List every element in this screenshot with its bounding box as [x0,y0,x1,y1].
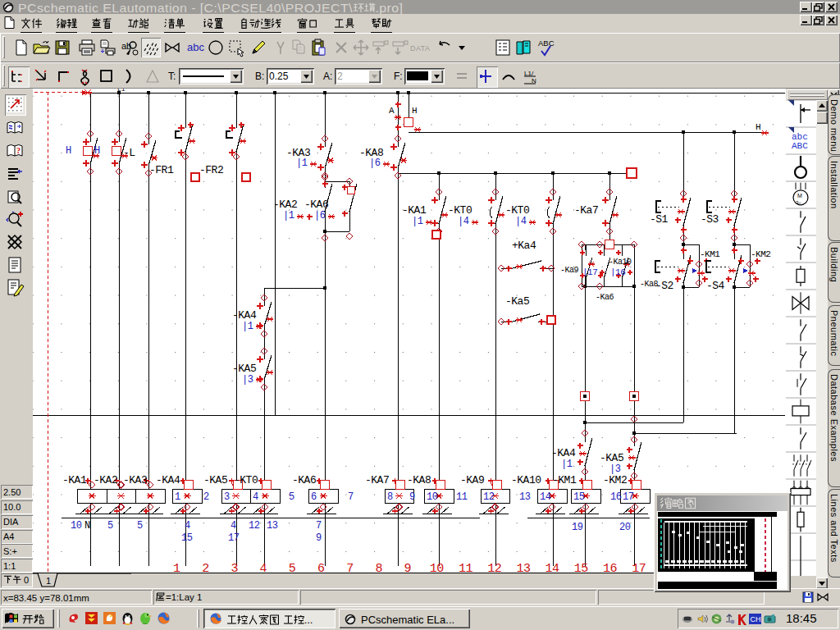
svg-text:13: 13 [519,491,531,503]
svg-text:16: 16 [603,562,618,573]
svg-text:19: 19 [572,522,583,533]
svg-text:2: 2 [202,562,209,573]
svg-text:H: H [66,145,71,157]
svg-text:-KA2: -KA2 [273,199,297,211]
svg-text:-Ka6: -Ka6 [596,293,614,302]
svg-text:-S1: -S1 [650,213,669,226]
svg-text:7: 7 [346,562,354,573]
svg-text:M: M [797,193,802,199]
svg-text:+Ka4: +Ka4 [512,240,536,252]
svg-text:-S4: -S4 [706,280,725,292]
svg-text:L1: L1 [117,89,126,93]
svg-text:12: 12 [483,491,495,503]
svg-text:3~: 3~ [796,200,801,205]
svg-text:5: 5 [289,562,296,573]
svg-text:17: 17 [228,532,240,544]
svg-text:N: N [84,520,90,532]
svg-text:|3: |3 [242,374,253,386]
svg-text:8: 8 [375,562,382,573]
svg-text:6: 6 [317,562,325,573]
svg-text:-KT0: -KT0 [448,204,472,217]
svg-text:H: H [94,145,100,157]
svg-text:-KA6: -KA6 [304,199,328,211]
svg-text:|1: |1 [296,158,308,169]
svg-text:ABC: ABC [792,141,808,151]
svg-text:1: 1 [173,562,180,573]
svg-text:-S3: -S3 [701,213,719,226]
svg-text:-KM1: -KM1 [700,249,720,259]
svg-text:10: 10 [71,520,82,532]
svg-text:-KA1: -KA1 [402,204,427,217]
svg-text:-KM2: -KM2 [751,249,770,259]
svg-text:14: 14 [546,562,560,573]
svg-text:|4: |4 [458,216,469,227]
svg-text:11: 11 [459,562,473,573]
svg-text:-Ka10: -Ka10 [609,258,632,267]
svg-text:4: 4 [260,562,267,573]
svg-text:abc: abc [187,41,204,53]
svg-text:-KA4: -KA4 [551,447,576,459]
svg-text:1: 1 [175,491,180,503]
svg-text:7: 7 [348,491,354,503]
svg-text:11: 11 [456,491,468,503]
svg-text:CH: CH [751,615,761,623]
svg-text:|6: |6 [369,158,381,169]
svg-text:-KM2: -KM2 [603,474,627,486]
svg-text:-KA7: -KA7 [365,474,389,486]
svg-text:5: 5 [137,520,143,532]
svg-text:H: H [412,106,417,116]
svg-text:|6: |6 [314,210,326,221]
svg-text:9: 9 [316,532,322,544]
svg-text:9: 9 [409,491,415,503]
svg-text:-KA5: -KA5 [600,452,623,464]
svg-text:-KA9: -KA9 [460,474,484,486]
svg-text:8: 8 [387,491,393,503]
svg-text:-KA5: -KA5 [203,474,227,486]
svg-text:5: 5 [107,520,113,532]
svg-text:10: 10 [430,562,445,573]
svg-text:17: 17 [623,491,634,503]
svg-text:12: 12 [487,562,501,573]
svg-text:|1: |1 [412,216,423,227]
svg-text:1: 1 [46,576,51,586]
svg-text:4: 4 [231,520,236,532]
svg-text:-KA10: -KA10 [511,474,541,486]
svg-text:6: 6 [311,491,317,503]
svg-text:-KA2: -KA2 [94,474,117,486]
svg-text:DATA: DATA [410,44,430,52]
svg-text:A: A [389,106,395,116]
svg-text:16: 16 [610,491,622,503]
svg-text:-KT0: -KT0 [505,204,529,217]
svg-text:15: 15 [573,491,585,503]
svg-text:-KM1: -KM1 [552,474,577,486]
svg-text:-Ka8: -Ka8 [640,280,659,289]
svg-text:ABC: ABC [538,39,555,48]
svg-text:7: 7 [316,520,322,532]
svg-text:-KA6: -KA6 [292,474,316,486]
svg-text:10: 10 [427,491,438,503]
svg-text:|1: |1 [561,459,573,470]
svg-text:-KA5: -KA5 [232,363,256,375]
svg-text:13: 13 [267,520,278,532]
svg-text:3: 3 [231,562,238,573]
svg-text:17: 17 [632,562,646,573]
svg-text:-KA3: -KA3 [123,474,147,486]
svg-text:15: 15 [574,562,589,573]
svg-text:-KA4: -KA4 [156,474,180,486]
svg-text:|17: |17 [582,267,597,277]
svg-text:-KT0: -KT0 [234,474,258,486]
svg-text:2: 2 [203,491,209,503]
svg-text:20: 20 [619,522,631,533]
svg-text:-KA1: -KA1 [62,474,87,486]
svg-text:|3: |3 [609,463,621,475]
svg-text:-Ka5: -Ka5 [505,295,529,308]
svg-text:-FR1: -FR1 [149,164,174,176]
svg-text:-Ka9: -Ka9 [560,266,579,275]
svg-text:?: ? [16,146,21,155]
svg-text:14: 14 [540,491,551,503]
svg-text:|4: |4 [515,216,527,227]
svg-text:-S2: -S2 [655,280,673,292]
svg-text:-KA8: -KA8 [407,474,431,486]
svg-text:12: 12 [249,520,260,532]
svg-text:15: 15 [181,532,193,544]
